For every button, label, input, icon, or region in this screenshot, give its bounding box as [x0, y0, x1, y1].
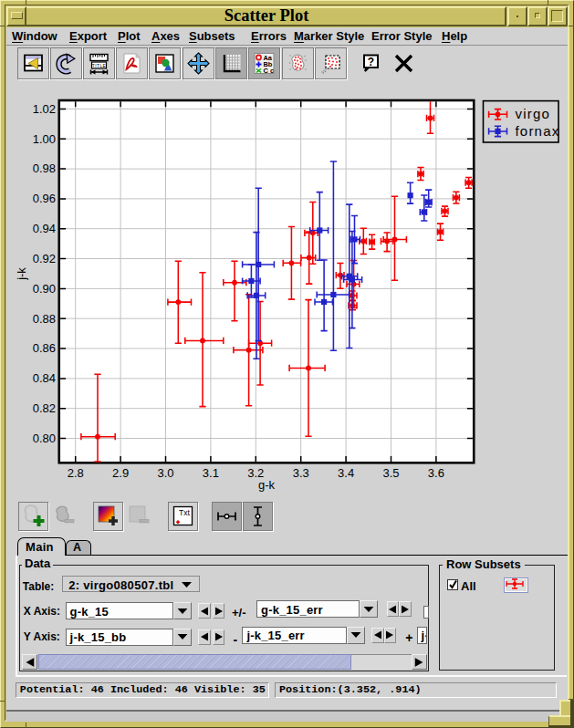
svg-text:j-k: j-k [15, 267, 28, 281]
svg-text:0.98: 0.98 [33, 161, 56, 175]
svg-text:0.86: 0.86 [33, 341, 56, 355]
svg-text:0.92: 0.92 [33, 252, 56, 265]
svg-text:3.3: 3.3 [293, 466, 309, 480]
svg-text:1.02: 1.02 [33, 102, 56, 116]
svg-text:1.00: 1.00 [33, 132, 56, 146]
svg-text:Txt: Txt [179, 507, 191, 516]
svg-text:0.94: 0.94 [33, 222, 56, 235]
svg-text:3.0: 3.0 [157, 466, 173, 480]
svg-text:0.80: 0.80 [33, 432, 56, 445]
svg-text:0.88: 0.88 [33, 312, 56, 326]
svg-text:0.96: 0.96 [33, 192, 56, 205]
svg-text:3.4: 3.4 [338, 466, 354, 480]
svg-text:0.82: 0.82 [33, 401, 56, 415]
svg-text:3.6: 3.6 [428, 466, 444, 480]
svg-text:2.8: 2.8 [68, 466, 84, 480]
svg-text:0.90: 0.90 [33, 282, 56, 296]
svg-text:3.1: 3.1 [203, 466, 219, 480]
svg-text:virgo: virgo [516, 106, 551, 121]
svg-text:0.84: 0.84 [33, 371, 56, 385]
svg-text:3.5: 3.5 [382, 466, 399, 480]
svg-text:2.9: 2.9 [112, 466, 129, 480]
svg-text:fornax: fornax [516, 123, 560, 139]
svg-text:g-k: g-k [258, 478, 276, 492]
